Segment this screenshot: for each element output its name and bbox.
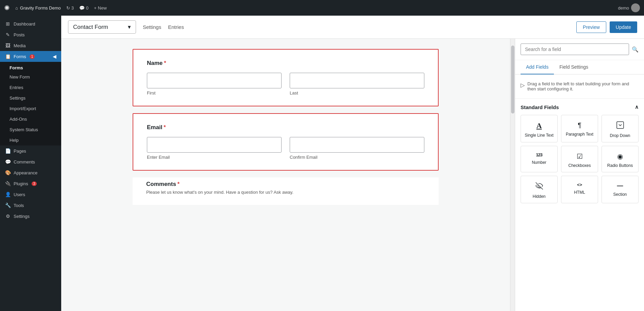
name-required-star: * bbox=[164, 60, 166, 66]
standard-fields-header: Standard Fields ∧ bbox=[521, 104, 639, 110]
first-name-col: First bbox=[147, 73, 282, 96]
radio-buttons-icon: ◉ bbox=[617, 152, 623, 160]
field-search-input[interactable] bbox=[521, 44, 629, 55]
sidebar-item-system-status[interactable]: System Status bbox=[0, 124, 61, 135]
avatar bbox=[631, 3, 640, 12]
dashboard-icon: ⊞ bbox=[5, 21, 11, 27]
sidebar-item-form-settings[interactable]: Settings bbox=[0, 93, 61, 103]
comments-count: 0 bbox=[86, 5, 88, 11]
sidebar-item-comments[interactable]: 💬 Comments bbox=[0, 156, 61, 167]
comments-hint: Please let us know what's on your mind. … bbox=[146, 190, 425, 195]
email-field-row: Enter Email Confirm Email bbox=[147, 137, 424, 160]
sidebar-item-help[interactable]: Help bbox=[0, 135, 61, 145]
first-name-input[interactable] bbox=[147, 73, 282, 88]
radio-buttons-label: Radio Buttons bbox=[607, 163, 633, 168]
sidebar-item-posts[interactable]: ✎ Posts bbox=[0, 29, 61, 40]
comments-link[interactable]: 💬 0 bbox=[79, 5, 88, 11]
posts-icon: ✎ bbox=[5, 32, 11, 37]
wp-logo-icon: ✺ bbox=[4, 4, 10, 12]
site-link[interactable]: ⌂ Gravity Forms Demo bbox=[15, 5, 61, 11]
nav-entries[interactable]: Entries bbox=[168, 24, 184, 30]
comments-icon: 💬 bbox=[79, 5, 85, 11]
sidebar-item-import-export[interactable]: Import/Export bbox=[0, 103, 61, 114]
sidebar-item-entries[interactable]: Entries bbox=[0, 82, 61, 93]
field-tile-hidden[interactable]: Hidden bbox=[521, 176, 558, 203]
form-title-dropdown[interactable]: Contact Form ▾ bbox=[68, 20, 136, 34]
sidebar-item-appearance[interactable]: 🎨 Appearance bbox=[0, 167, 61, 178]
tab-add-fields[interactable]: Add Fields bbox=[521, 60, 554, 74]
panel-tabs: Add Fields Field Settings bbox=[515, 60, 644, 74]
fields-section: Standard Fields ∧ A Single Line Text ¶ P… bbox=[515, 99, 644, 311]
canvas-scrollbar[interactable] bbox=[510, 39, 515, 311]
top-bar-right: demo bbox=[618, 3, 640, 12]
nav-settings[interactable]: Settings bbox=[143, 24, 161, 30]
field-tile-section[interactable]: — Section bbox=[601, 176, 639, 203]
field-tile-checkboxes[interactable]: ☑ Checkboxes bbox=[561, 146, 598, 172]
section-icon: — bbox=[617, 182, 623, 189]
sidebar-item-tools[interactable]: 🔧 Tools bbox=[0, 200, 61, 211]
paragraph-text-label: Paragraph Text bbox=[566, 132, 593, 137]
main-content: Contact Form ▾ Settings Entries Preview … bbox=[61, 16, 644, 311]
form-title: Contact Form bbox=[73, 24, 108, 31]
revisions-link[interactable]: ↻ 3 bbox=[66, 5, 74, 11]
collapse-icon[interactable]: ∧ bbox=[635, 104, 639, 110]
tab-field-settings[interactable]: Field Settings bbox=[554, 60, 594, 74]
form-canvas-wrapper: Name * First Last bbox=[61, 39, 510, 311]
forms-badge: 1 bbox=[30, 54, 35, 59]
sidebar-item-dashboard[interactable]: ⊞ Dashboard bbox=[0, 18, 61, 29]
single-line-text-icon: A bbox=[537, 121, 542, 130]
comments-sidebar-icon: 💬 bbox=[5, 159, 11, 165]
tools-icon: 🔧 bbox=[5, 203, 11, 208]
sidebar-label-settings: Settings bbox=[14, 214, 30, 219]
cursor-icon: ▷ bbox=[521, 82, 525, 88]
field-tile-paragraph-text[interactable]: ¶ Paragraph Text bbox=[561, 115, 598, 142]
number-icon: 123 bbox=[536, 152, 542, 157]
field-tile-single-line-text[interactable]: A Single Line Text bbox=[521, 115, 558, 142]
new-form-label: New Form bbox=[10, 74, 30, 80]
sidebar-item-pages[interactable]: 📄 Pages bbox=[0, 145, 61, 156]
preview-button[interactable]: Preview bbox=[576, 21, 606, 33]
html-label: HTML bbox=[574, 190, 585, 195]
comments-required-star: * bbox=[177, 181, 180, 187]
sidebar-label-comments: Comments bbox=[14, 159, 35, 165]
user-account[interactable]: demo bbox=[618, 3, 640, 12]
checkboxes-label: Checkboxes bbox=[568, 163, 591, 168]
first-name-sublabel: First bbox=[147, 90, 282, 96]
field-tile-radio-buttons[interactable]: ◉ Radio Buttons bbox=[601, 146, 639, 172]
entries-label: Entries bbox=[10, 85, 23, 90]
enter-email-input[interactable] bbox=[147, 137, 282, 153]
sidebar-item-new-form[interactable]: New Form bbox=[0, 72, 61, 82]
form-canvas: Name * First Last bbox=[133, 49, 439, 205]
html-icon: <> bbox=[577, 182, 582, 187]
last-name-sublabel: Last bbox=[290, 90, 424, 96]
field-tile-drop-down[interactable]: Drop Down bbox=[601, 115, 639, 142]
field-tile-html[interactable]: <> HTML bbox=[561, 176, 598, 203]
sidebar-label-users: Users bbox=[14, 192, 25, 197]
pages-icon: 📄 bbox=[5, 148, 11, 154]
confirm-email-input[interactable] bbox=[290, 137, 424, 153]
sidebar-item-plugins[interactable]: 🔌 Plugins 3 bbox=[0, 178, 61, 189]
forms-collapse-arrow: ◀ bbox=[53, 54, 56, 59]
main-layout: ⊞ Dashboard ✎ Posts 🖼 Media 📋 Forms 1 ◀ … bbox=[0, 16, 644, 311]
sidebar-item-add-ons[interactable]: Add-Ons bbox=[0, 114, 61, 124]
settings-icon: ⚙ bbox=[5, 213, 11, 219]
add-ons-label: Add-Ons bbox=[10, 117, 27, 122]
form-nav: Settings Entries bbox=[143, 24, 184, 30]
paragraph-text-icon: ¶ bbox=[578, 121, 581, 129]
sidebar-item-forms[interactable]: 📋 Forms 1 ◀ bbox=[0, 51, 61, 62]
hidden-label: Hidden bbox=[532, 194, 545, 199]
last-name-col: Last bbox=[290, 73, 424, 96]
new-link[interactable]: + New bbox=[94, 5, 107, 11]
help-label: Help bbox=[10, 138, 19, 143]
field-tile-number[interactable]: 123 Number bbox=[521, 146, 558, 172]
update-button[interactable]: Update bbox=[610, 21, 637, 33]
last-name-input[interactable] bbox=[290, 73, 424, 88]
confirm-email-col: Confirm Email bbox=[290, 137, 424, 160]
sidebar-item-users[interactable]: 👤 Users bbox=[0, 189, 61, 200]
email-required-star: * bbox=[164, 124, 166, 131]
scrollbar-thumb bbox=[511, 46, 514, 114]
sidebar-item-media[interactable]: 🖼 Media bbox=[0, 40, 61, 51]
dropdown-arrow-icon: ▾ bbox=[128, 23, 131, 31]
sidebar-item-settings[interactable]: ⚙ Settings bbox=[0, 211, 61, 222]
sidebar-label-pages: Pages bbox=[14, 149, 26, 154]
